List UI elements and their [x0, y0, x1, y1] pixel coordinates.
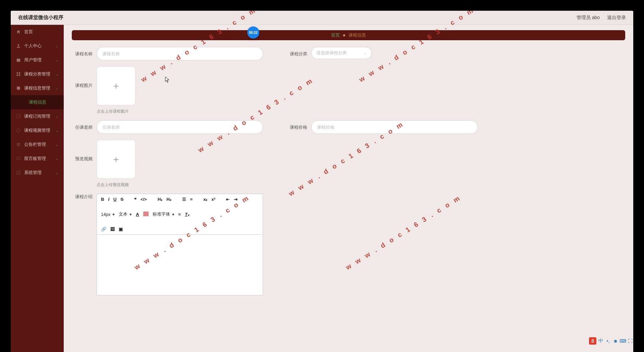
- h1-button[interactable]: H₁: [158, 197, 162, 202]
- video-insert-button[interactable]: ▣: [119, 227, 123, 232]
- indent-button[interactable]: ⇥: [234, 197, 237, 202]
- align-button[interactable]: ≡: [178, 212, 181, 217]
- sidebar-item-message-mgmt[interactable]: 留言板管理 ⌄: [11, 152, 64, 166]
- sidebar-item-label: 课程信息管理: [24, 85, 50, 91]
- sidebar-item-subscription-mgmt[interactable]: 课程订阅管理 ⌄: [11, 109, 64, 123]
- sidebar-item-course-info-mgmt[interactable]: 课程信息管理 ⌄: [11, 81, 64, 95]
- message-icon: [16, 156, 21, 161]
- sidebar-item-label: 首页: [24, 29, 33, 35]
- course-category-select[interactable]: 请选择课程分类 ⌄: [311, 47, 372, 59]
- sidebar-item-user-mgmt[interactable]: 用户管理 ⌄: [11, 53, 64, 67]
- ordered-list-button[interactable]: ☰: [182, 197, 186, 202]
- svg-rect-3: [19, 72, 20, 74]
- sidebar-item-label: 课程信息: [29, 99, 46, 105]
- course-image-upload[interactable]: ＋: [97, 66, 136, 105]
- course-price-input[interactable]: [311, 120, 478, 134]
- breadcrumb: 首页 ★ 课程信息: [72, 30, 625, 40]
- bg-color-button[interactable]: [143, 212, 149, 217]
- code-button[interactable]: </>: [141, 197, 147, 202]
- image-button[interactable]: 🖼: [110, 227, 115, 232]
- current-user-label[interactable]: 管理员 abo: [577, 15, 600, 21]
- sidebar-subitem-course-info[interactable]: 课程信息: [11, 95, 64, 109]
- block-type-select[interactable]: 文本: [119, 211, 132, 217]
- label-course-name: 课程名称: [75, 47, 97, 57]
- chevron-down-icon: ⌄: [364, 51, 367, 55]
- sidebar-item-label: 公告栏管理: [24, 141, 46, 148]
- chevron-down-icon: ⌄: [56, 58, 58, 62]
- sidebar-item-video-mgmt[interactable]: 课程视频管理 ⌄: [11, 123, 64, 137]
- ime-lang-zh-button[interactable]: 中: [598, 338, 604, 344]
- bold-button[interactable]: B: [101, 197, 104, 202]
- sidebar-item-label: 课程订阅管理: [24, 113, 50, 119]
- font-size-select[interactable]: 14px: [101, 212, 115, 217]
- sidebar-item-label: 个人中心: [24, 43, 42, 49]
- label-course-image: 课程图片: [75, 66, 97, 89]
- sidebar-item-label: 留言板管理: [24, 156, 46, 162]
- italic-button[interactable]: I: [108, 197, 109, 202]
- home-icon: [16, 30, 21, 34]
- label-course-price: 课程价格: [290, 120, 311, 130]
- label-course-category: 课程分类: [290, 47, 311, 57]
- quote-button[interactable]: ❝: [134, 197, 137, 202]
- sidebar-item-label: 系统管理: [24, 170, 42, 176]
- outdent-button[interactable]: ⇤: [226, 197, 230, 202]
- strike-button[interactable]: S: [120, 197, 123, 202]
- h2-button[interactable]: H₂: [166, 197, 171, 202]
- star-icon: ★: [342, 33, 346, 38]
- sidebar-item-profile[interactable]: 个人中心 ⌄: [11, 39, 64, 53]
- course-name-input[interactable]: [97, 47, 263, 60]
- sidebar-item-system-mgmt[interactable]: 系统管理 ⌄: [11, 166, 64, 180]
- superscript-button[interactable]: x²: [211, 197, 215, 202]
- svg-point-7: [17, 129, 20, 132]
- ime-bar: S 中 •, ☻ ⌨ ⛶: [589, 337, 633, 345]
- teacher-input[interactable]: [97, 120, 263, 134]
- sidebar-item-home[interactable]: 首页: [11, 25, 64, 39]
- svg-rect-6: [17, 115, 20, 118]
- text-color-button[interactable]: A: [136, 212, 139, 217]
- breadcrumb-current: 课程信息: [348, 32, 366, 38]
- logout-button[interactable]: 退出登录: [607, 15, 626, 21]
- sidebar-item-label: 课程视频管理: [24, 127, 50, 133]
- chevron-down-icon: ⌄: [56, 86, 58, 90]
- svg-rect-5: [19, 74, 20, 76]
- ime-settings-button[interactable]: ⛶: [627, 338, 633, 344]
- unordered-list-button[interactable]: ≡: [190, 197, 193, 202]
- editor-body[interactable]: [97, 235, 263, 295]
- timer-badge: 00:22: [247, 26, 259, 39]
- subscript-button[interactable]: x₂: [203, 197, 207, 202]
- mouse-cursor-icon: [165, 76, 170, 83]
- sogou-ime-icon[interactable]: S: [589, 337, 596, 345]
- label-course-intro: 课程介绍: [75, 194, 97, 200]
- underline-button[interactable]: U: [113, 197, 116, 202]
- chevron-down-icon: ⌄: [56, 171, 58, 175]
- svg-point-0: [18, 44, 19, 46]
- svg-rect-1: [17, 59, 20, 62]
- chevron-down-icon: ⌄: [56, 157, 58, 161]
- clear-format-button[interactable]: Tₓ: [185, 212, 190, 217]
- book-icon: [16, 86, 21, 91]
- sidebar-item-announcement-mgmt[interactable]: 公告栏管理 ⌄: [11, 137, 64, 152]
- grid-icon: [16, 72, 21, 76]
- font-family-select[interactable]: 标准字体: [153, 211, 174, 217]
- sidebar-item-category-mgmt[interactable]: 课程分类管理 ⌄: [11, 67, 64, 81]
- select-placeholder: 请选择课程分类: [316, 50, 347, 56]
- topbar: 在线课堂微信小程序 管理员 abo 退出登录: [11, 11, 633, 25]
- svg-rect-8: [17, 157, 20, 160]
- chevron-down-icon: ⌄: [56, 72, 58, 76]
- preview-video-upload-hint: 点击上传预览视频: [97, 182, 622, 188]
- preview-video-upload[interactable]: ＋: [97, 140, 136, 179]
- user-icon: [16, 44, 21, 48]
- plus-icon: ＋: [111, 153, 121, 166]
- breadcrumb-home[interactable]: 首页: [331, 32, 340, 38]
- ime-keyboard-button[interactable]: ⌨: [620, 338, 626, 344]
- svg-rect-2: [17, 72, 18, 74]
- ime-punct-button[interactable]: •,: [605, 338, 611, 344]
- sidebar-item-label: 用户管理: [24, 57, 42, 63]
- app-title: 在线课堂微信小程序: [18, 14, 63, 21]
- link-button[interactable]: 🔗: [101, 227, 106, 232]
- svg-rect-4: [17, 74, 18, 76]
- list-icon: [16, 142, 21, 147]
- ime-face-button[interactable]: ☻: [612, 338, 619, 344]
- sidebar: 首页 个人中心 ⌄ 用户管理 ⌄ 课程分类管理 ⌄: [11, 25, 64, 352]
- video-icon: [16, 128, 21, 133]
